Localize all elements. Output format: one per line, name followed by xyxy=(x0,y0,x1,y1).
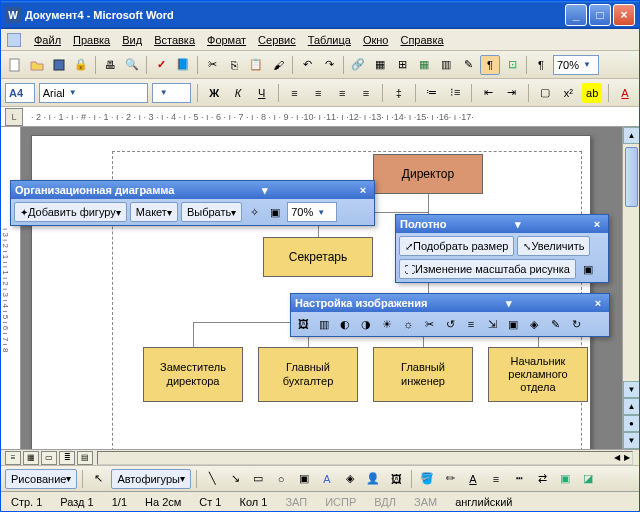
undo-icon[interactable]: ↶ xyxy=(297,55,317,75)
rect-icon[interactable]: ▭ xyxy=(248,469,268,489)
toolbar-title[interactable]: Настройка изображения▾× xyxy=(291,294,609,312)
org-accountant[interactable]: Главный бухгалтер xyxy=(258,347,358,402)
picture-icon[interactable]: 🖼 xyxy=(386,469,406,489)
org-chart-toolbar[interactable]: Организационная диаграмма▾× ✦ Добавить ф… xyxy=(10,180,375,226)
menu-table[interactable]: Таблица xyxy=(303,32,356,48)
insert-picture-icon[interactable]: 🖼 xyxy=(294,315,312,333)
style-combo[interactable]: A4 xyxy=(5,83,35,103)
bullet-list-icon[interactable]: ⁝≡ xyxy=(445,83,465,103)
bold-icon[interactable]: Ж xyxy=(204,83,224,103)
align-center-icon[interactable]: ≡ xyxy=(308,83,328,103)
org-engineer[interactable]: Главный инженер xyxy=(373,347,473,402)
more-bright-icon[interactable]: ☀ xyxy=(378,315,396,333)
reset-icon[interactable]: ↻ xyxy=(567,315,585,333)
indent-icon[interactable]: ⇥ xyxy=(502,83,522,103)
less-bright-icon[interactable]: ☼ xyxy=(399,315,417,333)
outline-view-icon[interactable]: ≣ xyxy=(59,451,75,465)
dropdown-icon[interactable]: ▾ xyxy=(258,183,272,197)
normal-view-icon[interactable]: ≡ xyxy=(5,451,21,465)
org-deputy[interactable]: Заместитель директора xyxy=(143,347,243,402)
columns-icon[interactable]: ▥ xyxy=(436,55,456,75)
color-icon[interactable]: ▥ xyxy=(315,315,333,333)
vertical-ruler[interactable]: ı 3 ı 2 ı 1 ı ı 1 ı 2 ı 3 ı 4 ı 5 ı 6 ı … xyxy=(1,127,21,449)
dropdown-icon[interactable]: ▾ xyxy=(511,217,525,231)
textbox-icon[interactable]: ▣ xyxy=(294,469,314,489)
show-hide-icon[interactable]: ⊡ xyxy=(502,55,522,75)
layout-button[interactable]: Макет ▾ xyxy=(130,202,178,222)
table-icon[interactable]: ▦ xyxy=(370,55,390,75)
menu-edit[interactable]: Правка xyxy=(68,32,115,48)
link-icon[interactable]: 🔗 xyxy=(348,55,368,75)
status-ext[interactable]: ВДЛ xyxy=(370,496,400,508)
text-wrap-icon[interactable]: ▣ xyxy=(266,203,284,221)
outdent-icon[interactable]: ⇤ xyxy=(478,83,498,103)
scroll-up-icon[interactable]: ▲ xyxy=(623,127,639,144)
font-color-icon[interactable]: A xyxy=(615,83,635,103)
format-painter-icon[interactable]: 🖌 xyxy=(268,55,288,75)
menu-insert[interactable]: Вставка xyxy=(149,32,200,48)
horizontal-scrollbar[interactable]: ◀▶ xyxy=(97,451,633,465)
justify-icon[interactable]: ≡ xyxy=(356,83,376,103)
compress-icon[interactable]: ⇲ xyxy=(483,315,501,333)
border-icon[interactable]: ▢ xyxy=(535,83,555,103)
underline-icon[interactable]: Ч xyxy=(252,83,272,103)
format-object-icon[interactable]: ◈ xyxy=(525,315,543,333)
toolbar-title[interactable]: Полотно▾× xyxy=(396,215,608,233)
minimize-button[interactable]: _ xyxy=(565,4,587,26)
save-icon[interactable] xyxy=(49,55,69,75)
close-icon[interactable]: × xyxy=(356,183,370,197)
excel-icon[interactable]: ▦ xyxy=(414,55,434,75)
select-icon[interactable]: ↖ xyxy=(88,469,108,489)
menu-help[interactable]: Справка xyxy=(395,32,448,48)
org-ad-chief[interactable]: Начальник рекламного отдела xyxy=(488,347,588,402)
text-wrap-icon[interactable]: ▣ xyxy=(579,260,597,278)
maximize-button[interactable]: □ xyxy=(589,4,611,26)
arrow-icon[interactable]: ↘ xyxy=(225,469,245,489)
oval-icon[interactable]: ○ xyxy=(271,469,291,489)
titlebar[interactable]: W Документ4 - Microsoft Word _ □ × xyxy=(1,1,639,29)
arrow-style-icon[interactable]: ⇄ xyxy=(532,469,552,489)
picture-toolbar[interactable]: Настройка изображения▾× 🖼 ▥ ◐ ◑ ☀ ☼ ✂ ↺ … xyxy=(290,293,610,337)
copy-icon[interactable]: ⎘ xyxy=(224,55,244,75)
menu-format[interactable]: Формат xyxy=(202,32,251,48)
reading-view-icon[interactable]: ▤ xyxy=(77,451,93,465)
drawing-icon[interactable]: ✎ xyxy=(458,55,478,75)
menu-view[interactable]: Вид xyxy=(117,32,147,48)
org-zoom-combo[interactable]: 70%▼ xyxy=(287,202,337,222)
insert-table-icon[interactable]: ⊞ xyxy=(392,55,412,75)
diagram-icon[interactable]: ◈ xyxy=(340,469,360,489)
text-wrap-icon[interactable]: ▣ xyxy=(504,315,522,333)
open-icon[interactable] xyxy=(27,55,47,75)
tab-selector[interactable]: L xyxy=(5,108,23,126)
line-space-icon[interactable]: ‡ xyxy=(389,83,409,103)
zoom-combo[interactable]: 70%▼ xyxy=(553,55,599,75)
italic-icon[interactable]: К xyxy=(228,83,248,103)
scale-button[interactable]: ⛶ Изменение масштаба рисунка xyxy=(399,259,576,279)
menu-tools[interactable]: Сервис xyxy=(253,32,301,48)
autoshapes-menu[interactable]: Автофигуры ▾ xyxy=(111,469,191,489)
highlight-icon[interactable]: ab xyxy=(582,83,602,103)
add-shape-button[interactable]: ✦ Добавить фигуру ▾ xyxy=(14,202,127,222)
new-icon[interactable] xyxy=(5,55,25,75)
org-director[interactable]: Директор xyxy=(373,154,483,194)
dash-style-icon[interactable]: ┅ xyxy=(509,469,529,489)
clipart-icon[interactable]: 👤 xyxy=(363,469,383,489)
fit-button[interactable]: ⤢ Подобрать размер xyxy=(399,236,514,256)
crop-icon[interactable]: ✂ xyxy=(420,315,438,333)
expand-button[interactable]: ⤡ Увеличить xyxy=(517,236,590,256)
line-color-icon[interactable]: ✏ xyxy=(440,469,460,489)
rotate-left-icon[interactable]: ↺ xyxy=(441,315,459,333)
paste-icon[interactable]: 📋 xyxy=(246,55,266,75)
status-ovr[interactable]: ЗАМ xyxy=(410,496,441,508)
transparent-icon[interactable]: ✎ xyxy=(546,315,564,333)
align-right-icon[interactable]: ≡ xyxy=(332,83,352,103)
font-color-icon[interactable]: A xyxy=(463,469,483,489)
browse-object-icon[interactable]: ● xyxy=(623,415,639,432)
docmap-icon[interactable]: ¶ xyxy=(480,55,500,75)
fill-color-icon[interactable]: 🪣 xyxy=(417,469,437,489)
dropdown-icon[interactable]: ▾ xyxy=(502,296,516,310)
vertical-scrollbar[interactable]: ▲ ▼ ▲ ● ▼ xyxy=(622,127,639,449)
menu-file[interactable]: Файл xyxy=(29,32,66,48)
less-contrast-icon[interactable]: ◑ xyxy=(357,315,375,333)
canvas-toolbar[interactable]: Полотно▾× ⤢ Подобрать размер ⤡ Увеличить… xyxy=(395,214,609,283)
